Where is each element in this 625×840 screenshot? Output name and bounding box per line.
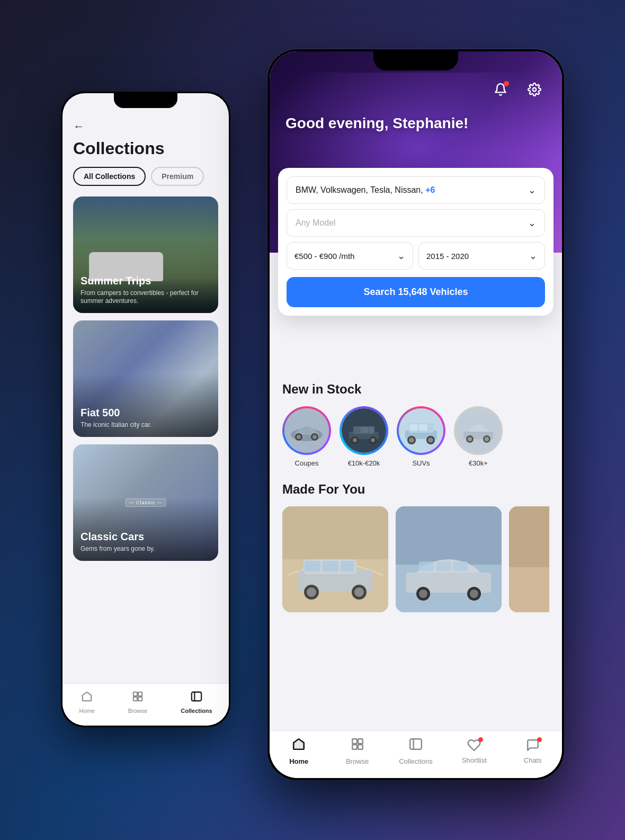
model-placeholder: Any Model — [296, 218, 336, 228]
nav-back-browse[interactable]: Browse — [128, 691, 148, 714]
nav-front-browse[interactable]: Browse — [339, 737, 376, 765]
made-for-you-title: Made For You — [282, 482, 549, 497]
bottom-nav-back: Home Browse Collections — [63, 683, 229, 726]
svg-rect-56 — [436, 561, 451, 571]
svg-point-54 — [470, 589, 478, 598]
notch-back — [114, 93, 177, 108]
svg-rect-4 — [192, 692, 201, 701]
nav-back-collections[interactable]: Collections — [181, 691, 212, 714]
browse-icon-front — [351, 737, 364, 755]
nav-front-chats-label: Chats — [524, 756, 542, 764]
svg-rect-30 — [419, 424, 427, 431]
circle-item-price2[interactable]: €30k+ — [454, 406, 503, 467]
nav-front-collections-label: Collections — [399, 757, 433, 765]
card-title-summer: Summer Trips — [81, 275, 211, 287]
svg-point-35 — [468, 437, 472, 441]
new-in-stock-circles: Coupes — [282, 406, 549, 467]
search-card: BMW, Volkswagen, Tesla, Nissan, +6 ⌄ Any… — [278, 168, 553, 316]
svg-rect-29 — [409, 424, 418, 431]
circle-label-price1: €10k-€20k — [348, 459, 380, 467]
year-dropdown[interactable]: 2015 - 2020 ⌄ — [418, 242, 545, 270]
model-chevron: ⌄ — [528, 217, 536, 229]
nav-front-shortlist-label: Shortlist — [462, 756, 487, 764]
svg-rect-3 — [138, 696, 142, 700]
svg-point-44 — [354, 587, 364, 597]
circle-item-suvs[interactable]: SUVs — [397, 406, 445, 467]
filter-all-collections[interactable]: All Collections — [73, 167, 146, 186]
svg-point-36 — [485, 437, 489, 441]
new-in-stock-title: New in Stock — [282, 382, 549, 397]
svg-rect-1 — [138, 692, 142, 695]
svg-rect-46 — [323, 561, 338, 571]
made-card-1[interactable] — [282, 506, 388, 612]
nav-back-home[interactable]: Home — [79, 691, 94, 714]
collection-card-classic[interactable]: — Classic — Classic Cars Gems from years… — [73, 444, 218, 561]
svg-rect-60 — [352, 739, 357, 744]
circle-label-coupes: Coupes — [295, 459, 319, 467]
model-dropdown[interactable]: Any Model ⌄ — [287, 209, 545, 237]
svg-rect-62 — [352, 745, 357, 749]
nav-front-home-label: Home — [289, 757, 308, 765]
top-icons-row — [489, 78, 546, 101]
home-icon-back — [81, 691, 93, 705]
search-button[interactable]: Search 15,648 Vehicles — [287, 277, 545, 307]
svg-point-28 — [428, 437, 433, 443]
main-content: New in Stock — [270, 369, 562, 736]
price-year-row: €500 - €900 /mth ⌄ 2015 - 2020 ⌄ — [287, 242, 545, 270]
nav-back-home-label: Home — [79, 708, 94, 714]
circle-label-suvs: SUVs — [412, 459, 430, 467]
nav-back-browse-label: Browse — [128, 708, 148, 714]
collection-card-fiat[interactable]: Fiat 500 The iconic Italian city car. — [73, 320, 218, 437]
svg-point-52 — [419, 589, 427, 598]
svg-rect-20 — [361, 427, 368, 433]
svg-point-42 — [307, 587, 316, 597]
settings-button[interactable] — [523, 78, 546, 101]
made-card-2[interactable] — [396, 506, 502, 612]
card-desc-fiat: The iconic Italian city car. — [81, 421, 211, 430]
price-value: €500 - €900 /mth — [294, 252, 354, 261]
svg-rect-47 — [341, 561, 354, 571]
makes-chevron: ⌄ — [528, 184, 536, 196]
svg-point-12 — [312, 435, 317, 439]
svg-rect-57 — [453, 561, 468, 571]
svg-rect-45 — [305, 561, 320, 571]
nav-front-collections[interactable]: Collections — [397, 737, 434, 765]
makes-dropdown[interactable]: BMW, Volkswagen, Tesla, Nissan, +6 ⌄ — [287, 176, 545, 204]
notification-button[interactable] — [489, 78, 512, 101]
collections-icon-back — [191, 691, 202, 705]
filter-pills: All Collections Premium — [73, 167, 218, 186]
year-chevron: ⌄ — [529, 250, 537, 262]
back-button[interactable]: ← — [73, 120, 218, 133]
phones-container: ← Collections All Collections Premium Su… — [61, 49, 564, 791]
circle-item-coupes[interactable]: Coupes — [282, 406, 331, 467]
svg-rect-61 — [358, 739, 363, 744]
collections-icon-front — [409, 737, 423, 755]
nav-front-home[interactable]: Home — [280, 737, 317, 765]
collection-card-summer[interactable]: Summer Trips From campers to convertible… — [73, 196, 218, 313]
nav-back-collections-label: Collections — [181, 708, 212, 714]
nav-front-browse-label: Browse — [346, 757, 369, 765]
circle-label-price2: €30k+ — [469, 459, 488, 467]
made-card-3[interactable] — [509, 506, 549, 612]
svg-rect-59 — [509, 567, 549, 612]
front-phone: Good evening, Stephanie! BMW, Volkswagen… — [267, 49, 564, 780]
nav-front-shortlist[interactable]: Shortlist — [456, 738, 493, 764]
chats-icon-wrapper — [526, 738, 540, 754]
card-title-fiat: Fiat 500 — [81, 407, 211, 419]
card-title-classic: Classic Cars — [81, 531, 211, 543]
price-chevron: ⌄ — [397, 250, 405, 262]
svg-point-11 — [297, 435, 301, 439]
notch-front — [373, 51, 458, 70]
nav-front-chats[interactable]: Chats — [514, 738, 551, 764]
makes-extra: +6 — [425, 185, 435, 194]
svg-point-6 — [533, 88, 537, 92]
browse-icon-back — [132, 691, 144, 705]
svg-point-19 — [371, 438, 375, 442]
filter-premium[interactable]: Premium — [151, 167, 204, 186]
price-dropdown[interactable]: €500 - €900 /mth ⌄ — [287, 242, 413, 270]
circle-item-price1[interactable]: €10k-€20k — [340, 406, 388, 467]
svg-rect-21 — [369, 427, 373, 433]
shortlist-icon-wrapper — [467, 738, 481, 754]
greeting-text: Good evening, Stephanie! — [285, 115, 468, 132]
svg-rect-2 — [133, 696, 137, 700]
